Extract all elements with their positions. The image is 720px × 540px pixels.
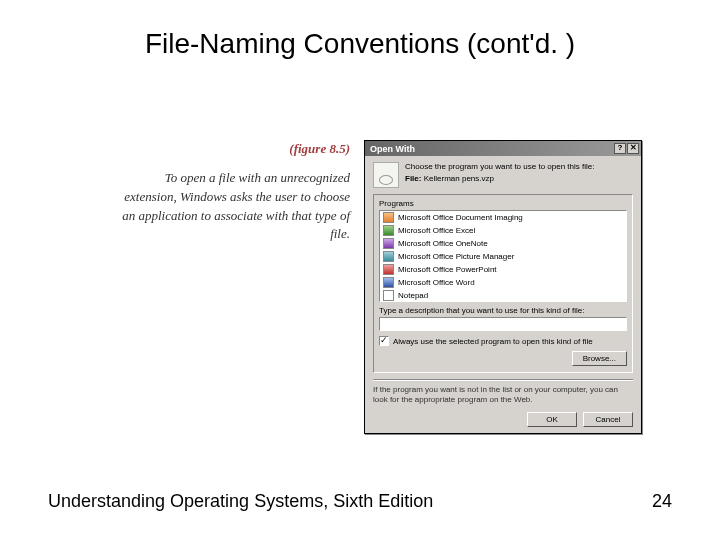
slide-title: File-Naming Conventions (cont'd. ) [0,0,720,60]
program-label: Microsoft Office Word [398,278,475,287]
figure-label: (figure 8.5) [110,140,350,159]
program-icon [383,225,394,236]
program-item[interactable]: Microsoft Office PowerPoint [380,263,626,276]
file-type-icon [373,162,399,188]
program-icon [383,212,394,223]
always-use-label: Always use the selected program to open … [393,337,593,346]
file-name: Kellerman pens.vzp [424,174,494,183]
program-listbox[interactable]: Microsoft Office Document ImagingMicroso… [379,210,627,302]
page-number: 24 [652,491,672,512]
prompt-text: Choose the program you want to use to op… [405,162,633,171]
program-icon [383,264,394,275]
browse-button[interactable]: Browse... [572,351,627,366]
titlebar: Open With ? ✕ [365,141,641,156]
description-label: Type a description that you want to use … [379,306,627,315]
program-label: Microsoft Office OneNote [398,239,488,248]
programs-fieldset: Programs Microsoft Office Document Imagi… [373,194,633,373]
program-item[interactable]: Microsoft Office Word [380,276,626,289]
program-label: Microsoft Office PowerPoint [398,265,497,274]
program-item[interactable]: Notepad [380,289,626,302]
program-label: Microsoft Office Picture Manager [398,252,514,261]
open-with-dialog: Open With ? ✕ Choose the program you wan… [364,140,642,434]
program-label: Notepad [398,291,428,300]
figure-caption-column: (figure 8.5) To open a file with an unre… [110,140,350,434]
program-label: Microsoft Office Excel [398,226,475,235]
program-label: Microsoft Office Document Imaging [398,213,523,222]
program-item[interactable]: Microsoft Office OneNote [380,237,626,250]
program-icon [383,251,394,262]
program-item[interactable]: Microsoft Office Document Imaging [380,211,626,224]
close-button[interactable]: ✕ [627,143,639,154]
program-item[interactable]: Microsoft Office Picture Manager [380,250,626,263]
programs-legend: Programs [377,199,416,208]
divider [373,379,633,381]
figure-caption: To open a file with an unrecognized exte… [110,169,350,244]
program-icon [383,277,394,288]
dialog-title: Open With [370,144,415,154]
description-input[interactable] [379,317,627,331]
help-button[interactable]: ? [614,143,626,154]
ok-button[interactable]: OK [527,412,577,427]
footer-text: Understanding Operating Systems, Sixth E… [48,491,433,512]
web-hint-text: If the program you want is not in the li… [373,385,633,406]
program-icon [383,238,394,249]
program-icon [383,290,394,301]
always-use-checkbox[interactable] [379,336,389,346]
cancel-button[interactable]: Cancel [583,412,633,427]
content-row: (figure 8.5) To open a file with an unre… [110,140,660,434]
file-label: File: [405,174,421,183]
program-item[interactable]: Microsoft Office Excel [380,224,626,237]
